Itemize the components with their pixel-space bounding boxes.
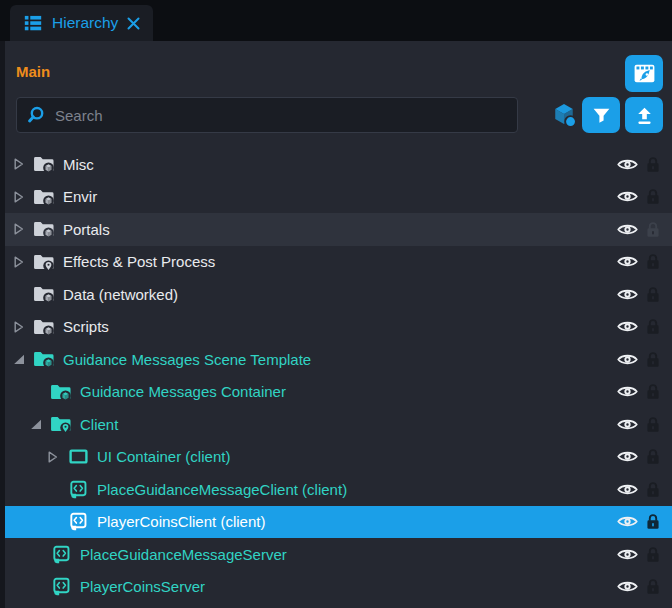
lock-icon[interactable]	[645, 416, 660, 433]
tree-row[interactable]: Misc	[5, 148, 672, 181]
filter-button[interactable]	[582, 97, 620, 133]
row-label: PlaceGuidanceMessageServer	[80, 546, 616, 563]
upload-button[interactable]	[625, 97, 663, 133]
expand-arrow-icon[interactable]	[26, 419, 46, 430]
object-type-icon	[29, 318, 59, 336]
row-label: PlaceGuidanceMessageClient (client)	[97, 481, 616, 498]
eye-icon[interactable]	[616, 514, 638, 529]
tree-row[interactable]: Envir	[5, 181, 672, 214]
eye-icon[interactable]	[616, 287, 638, 302]
lock-icon[interactable]	[645, 221, 660, 238]
lock-icon[interactable]	[645, 253, 660, 270]
expand-arrow-icon[interactable]	[9, 191, 29, 203]
tree-row[interactable]: PlaceGuidanceMessageServer	[5, 538, 672, 571]
lock-icon[interactable]	[645, 383, 660, 400]
lock-icon[interactable]	[645, 351, 660, 368]
eye-icon[interactable]	[616, 254, 638, 269]
close-icon[interactable]	[127, 17, 140, 30]
eye-icon[interactable]	[616, 579, 638, 594]
lock-icon[interactable]	[645, 578, 660, 595]
search-box	[16, 97, 518, 133]
lock-icon[interactable]	[645, 156, 660, 173]
object-type-icon	[29, 188, 59, 206]
expand-arrow-icon[interactable]	[9, 256, 29, 268]
eye-icon[interactable]	[616, 449, 638, 464]
tree-row[interactable]: Guidance Messages Scene Template	[5, 343, 672, 376]
upload-icon	[634, 105, 655, 126]
object-type-icon	[46, 545, 76, 564]
row-label: UI Container (client)	[97, 448, 616, 465]
row-label: Scripts	[63, 318, 616, 335]
hierarchy-toolbar	[16, 97, 663, 133]
expand-arrow-icon[interactable]	[9, 354, 29, 365]
lock-icon[interactable]	[645, 513, 660, 530]
eye-icon[interactable]	[616, 547, 638, 562]
object-type-icon	[63, 480, 93, 499]
object-type-icon	[46, 577, 76, 596]
tab-hierarchy[interactable]: Hierarchy	[10, 5, 153, 41]
tree-row[interactable]: Portals	[5, 213, 672, 246]
panel-tab-bar: Hierarchy	[0, 0, 672, 41]
tree-row[interactable]: Client	[5, 408, 672, 441]
expand-arrow-icon[interactable]	[9, 223, 29, 235]
object-type-icon	[29, 220, 59, 238]
clapperboard-rocket-button[interactable]	[625, 55, 663, 92]
tree-row[interactable]: PlayerCoinsServer	[5, 571, 672, 604]
eye-icon[interactable]	[616, 319, 638, 334]
row-label: Misc	[63, 156, 616, 173]
object-type-icon	[29, 285, 59, 303]
object-type-icon	[46, 383, 76, 401]
object-type-icon	[29, 253, 59, 271]
row-label: Client	[80, 416, 616, 433]
object-type-icon	[46, 415, 76, 433]
hierarchy-panel: Main	[0, 41, 672, 608]
lock-icon[interactable]	[645, 481, 660, 498]
tree-row[interactable]: UI Container (client)	[5, 441, 672, 474]
tree-row[interactable]: PlaceGuidanceMessageClient (client)	[5, 473, 672, 506]
search-input[interactable]	[16, 97, 518, 133]
tree-row[interactable]: Guidance Messages Container	[5, 376, 672, 409]
row-label: Guidance Messages Scene Template	[63, 351, 616, 368]
tree-row[interactable]: Data (networked)	[5, 278, 672, 311]
lock-icon[interactable]	[645, 546, 660, 563]
row-label: Data (networked)	[63, 286, 616, 303]
filter-funnel-icon	[591, 105, 612, 126]
row-label: Envir	[63, 188, 616, 205]
object-type-icon	[63, 449, 93, 464]
root-section-label: Main	[16, 63, 50, 80]
asset-cube-toggle[interactable]	[550, 101, 578, 129]
hierarchy-tree: Misc	[5, 148, 672, 608]
object-type-icon	[29, 155, 59, 173]
eye-icon[interactable]	[616, 352, 638, 367]
lock-icon[interactable]	[645, 286, 660, 303]
eye-icon[interactable]	[616, 482, 638, 497]
row-label: PlayerCoinsClient (client)	[97, 513, 616, 530]
object-type-icon	[63, 512, 93, 531]
row-label: Guidance Messages Container	[80, 383, 616, 400]
tree-row[interactable]: Scripts	[5, 311, 672, 344]
lock-icon[interactable]	[645, 448, 660, 465]
hierarchy-list-icon	[23, 13, 43, 33]
search-icon	[26, 105, 46, 129]
asset-cube-icon	[550, 101, 578, 129]
row-label: Portals	[63, 221, 616, 238]
eye-icon[interactable]	[616, 189, 638, 204]
clapperboard-rocket-icon	[632, 61, 657, 86]
expand-arrow-icon[interactable]	[9, 321, 29, 333]
expand-arrow-icon[interactable]	[9, 158, 29, 170]
tab-title: Hierarchy	[52, 14, 118, 32]
expand-arrow-icon[interactable]	[43, 451, 63, 463]
object-type-icon	[29, 350, 59, 368]
eye-icon[interactable]	[616, 417, 638, 432]
lock-icon[interactable]	[645, 188, 660, 205]
lock-icon[interactable]	[645, 318, 660, 335]
tree-row[interactable]: Effects & Post Process	[5, 246, 672, 279]
row-label: PlayerCoinsServer	[80, 578, 616, 595]
eye-icon[interactable]	[616, 384, 638, 399]
row-label: Effects & Post Process	[63, 253, 616, 270]
eye-icon[interactable]	[616, 222, 638, 237]
tree-row[interactable]: PlayerCoinsClient (client)	[5, 506, 672, 539]
eye-icon[interactable]	[616, 157, 638, 172]
